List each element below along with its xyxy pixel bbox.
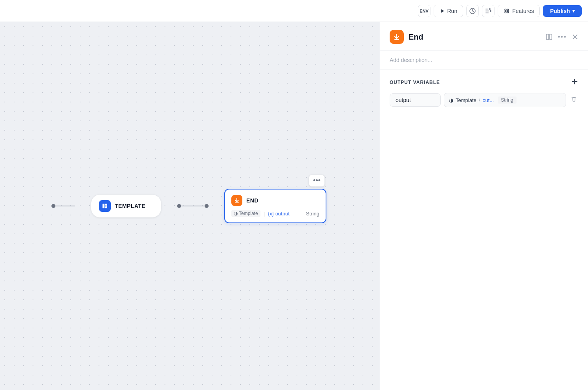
panel-header-actions: ••• — [545, 33, 579, 41]
output-variable-row: ◑ Template / out... String — [390, 93, 579, 107]
history-icon — [469, 7, 476, 15]
env-button[interactable]: ENV — [418, 5, 430, 17]
output-delete-button[interactable] — [569, 95, 579, 106]
panel-close-button[interactable] — [572, 33, 579, 40]
end-node-type: String — [306, 211, 319, 217]
panel-section-title: OUTPUT VARIABLE — [390, 80, 440, 85]
svg-point-9 — [507, 9, 509, 11]
connector-line — [181, 206, 205, 206]
end-icon — [234, 197, 240, 204]
right-panel: End ••• Add description... — [380, 22, 588, 390]
svg-rect-3 — [485, 11, 489, 11]
template-node-icon — [99, 200, 111, 212]
panel-add-button[interactable] — [571, 78, 579, 87]
end-node-label: END — [246, 197, 258, 204]
description-placeholder: Add description... — [390, 57, 432, 63]
svg-rect-17 — [550, 34, 552, 40]
end-node-output-row: ◑ Template | {x} output String — [231, 210, 319, 217]
publish-button[interactable]: Publish ▾ — [543, 5, 582, 17]
svg-rect-16 — [546, 34, 549, 40]
publish-label: Publish — [550, 8, 570, 14]
half-circle-icon: ◑ — [234, 211, 238, 216]
end-node[interactable]: END ◑ Template | {x} output String — [224, 189, 326, 223]
svg-rect-13 — [105, 206, 107, 208]
svg-point-8 — [507, 11, 509, 13]
svg-rect-12 — [105, 204, 107, 206]
connector-dot-right — [205, 204, 209, 208]
panel-description[interactable]: Add description... — [380, 51, 588, 70]
output-type-badge: String — [498, 97, 516, 104]
canvas: TEMPLATE ••• END — [0, 22, 441, 390]
panel-section-header: OUTPUT VARIABLE — [390, 78, 579, 87]
publish-chevron-icon: ▾ — [572, 8, 575, 14]
svg-point-7 — [505, 9, 506, 11]
start-dot — [51, 204, 55, 208]
end-node-header: END — [231, 195, 319, 206]
dots-menu-icon: ••• — [313, 177, 321, 184]
svg-marker-0 — [441, 9, 444, 13]
flow-container: TEMPLATE ••• END — [51, 189, 326, 223]
panel-output-section: OUTPUT VARIABLE ◑ Template / out... Stri… — [380, 70, 588, 115]
output-separator: / — [479, 97, 480, 103]
end-node-source-tag: ◑ Template — [231, 210, 260, 217]
svg-point-6 — [490, 10, 491, 12]
svg-rect-11 — [103, 204, 104, 208]
history-button[interactable] — [466, 5, 479, 17]
svg-point-10 — [505, 11, 506, 13]
panel-node-icon — [390, 30, 404, 44]
template-node[interactable]: TEMPLATE — [91, 194, 161, 218]
flow-start — [51, 204, 75, 208]
template-node-label: TEMPLATE — [115, 203, 145, 209]
panel-title: End — [408, 33, 545, 42]
end-node-source: Template — [239, 211, 258, 216]
steps-button[interactable] — [482, 5, 495, 17]
expand-icon — [545, 33, 553, 41]
divider-slash: | — [264, 211, 265, 217]
end-node-wrapper: ••• END ◑ Template — [224, 189, 326, 223]
delete-icon — [571, 96, 577, 102]
output-value-path: out... — [482, 97, 494, 103]
features-button[interactable]: Features — [498, 5, 540, 17]
features-icon — [504, 8, 510, 14]
panel-expand-button[interactable] — [545, 33, 553, 41]
end-node-icon — [231, 195, 242, 206]
run-icon — [440, 8, 445, 14]
output-value-field[interactable]: ◑ Template / out... String — [444, 93, 566, 107]
output-half-circle-icon: ◑ — [449, 97, 453, 103]
panel-header: End ••• — [380, 22, 588, 51]
connector-start — [55, 206, 75, 206]
svg-rect-14 — [235, 202, 239, 203]
template-icon — [102, 203, 108, 209]
svg-rect-2 — [485, 9, 488, 9]
toolbar: ENV Run Features Publish ▾ — [0, 0, 588, 22]
panel-end-icon — [393, 33, 401, 41]
svg-point-5 — [489, 8, 491, 10]
end-node-variable: {x} output — [268, 211, 289, 217]
add-icon — [571, 78, 579, 86]
svg-rect-15 — [394, 39, 399, 40]
end-node-menu-button[interactable]: ••• — [309, 175, 325, 187]
steps-icon — [485, 7, 492, 15]
panel-more-icon: ••• — [558, 33, 567, 40]
output-name-input[interactable] — [390, 93, 441, 107]
output-value-prefix: Template — [456, 97, 476, 103]
run-button[interactable]: Run — [434, 5, 463, 17]
panel-more-button[interactable]: ••• — [558, 33, 567, 40]
connector-dot-left — [177, 204, 181, 208]
env-label: ENV — [419, 9, 429, 13]
close-icon — [572, 33, 579, 40]
svg-rect-4 — [485, 13, 489, 13]
connector-middle — [177, 204, 209, 208]
